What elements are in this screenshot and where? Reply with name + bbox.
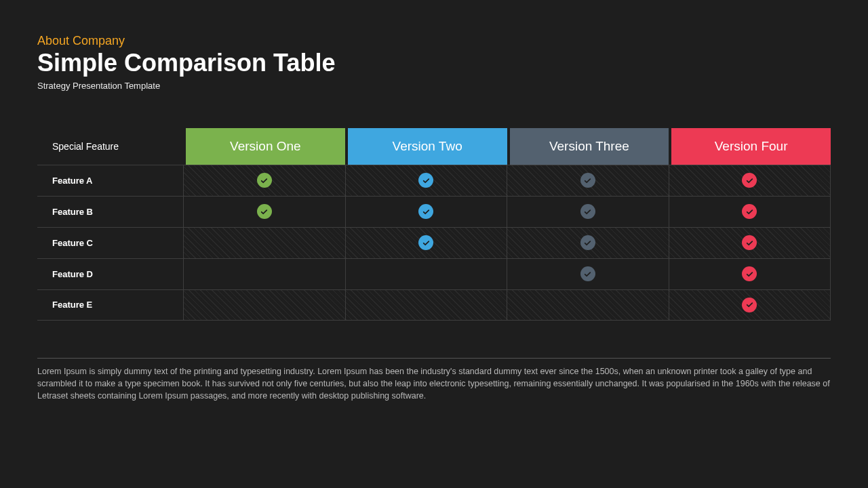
page-title: Simple Comparison Table xyxy=(37,49,831,77)
check-icon xyxy=(418,235,433,250)
value-cell xyxy=(183,197,345,227)
value-cell xyxy=(345,290,507,320)
table-row: Feature E xyxy=(37,289,831,321)
value-cell xyxy=(669,290,831,320)
value-cell xyxy=(669,197,831,227)
value-cell xyxy=(669,228,831,258)
check-icon xyxy=(742,204,757,219)
feature-label: Feature E xyxy=(37,290,183,320)
check-icon xyxy=(580,266,595,281)
column-header: Version One xyxy=(186,128,345,165)
value-cell xyxy=(183,259,345,289)
value-cell xyxy=(669,165,831,196)
feature-label: Feature D xyxy=(37,259,183,289)
check-icon xyxy=(580,235,595,250)
footer-text: Lorem Ipsum is simply dummy text of the … xyxy=(37,358,831,402)
table-header-row: Special Feature Version One Version Two … xyxy=(37,128,831,165)
value-cell xyxy=(345,228,507,258)
page-subtitle: Strategy Presentation Template xyxy=(37,81,831,91)
value-cell xyxy=(669,259,831,289)
table-row: Feature B xyxy=(37,196,831,227)
check-icon xyxy=(580,173,595,188)
table-row: Feature A xyxy=(37,165,831,196)
check-icon xyxy=(418,204,433,219)
value-cell xyxy=(183,228,345,258)
feature-label: Feature C xyxy=(37,228,183,258)
value-cell xyxy=(507,165,669,196)
check-icon xyxy=(418,173,433,188)
check-icon xyxy=(257,204,272,219)
table-row: Feature D xyxy=(37,258,831,289)
value-cell xyxy=(183,165,345,196)
check-icon xyxy=(257,173,272,188)
check-icon xyxy=(742,173,757,188)
value-cell xyxy=(183,290,345,320)
feature-label: Feature A xyxy=(37,165,183,196)
value-cell xyxy=(345,259,507,289)
value-cell xyxy=(345,197,507,227)
check-icon xyxy=(742,266,757,281)
check-icon xyxy=(742,298,757,312)
feature-header: Special Feature xyxy=(37,128,183,165)
table-row: Feature C xyxy=(37,227,831,258)
column-header: Version Four xyxy=(671,128,831,165)
value-cell xyxy=(507,197,669,227)
value-cell xyxy=(507,290,669,320)
value-cell xyxy=(507,228,669,258)
eyebrow-text: About Company xyxy=(37,34,831,48)
column-header: Version Two xyxy=(348,128,507,165)
feature-label: Feature B xyxy=(37,197,183,227)
check-icon xyxy=(580,204,595,219)
value-cell xyxy=(345,165,507,196)
comparison-table: Special Feature Version One Version Two … xyxy=(37,128,831,321)
value-cell xyxy=(507,259,669,289)
slide: About Company Simple Comparison Table St… xyxy=(0,0,868,402)
check-icon xyxy=(742,235,757,250)
column-header: Version Three xyxy=(510,128,669,165)
